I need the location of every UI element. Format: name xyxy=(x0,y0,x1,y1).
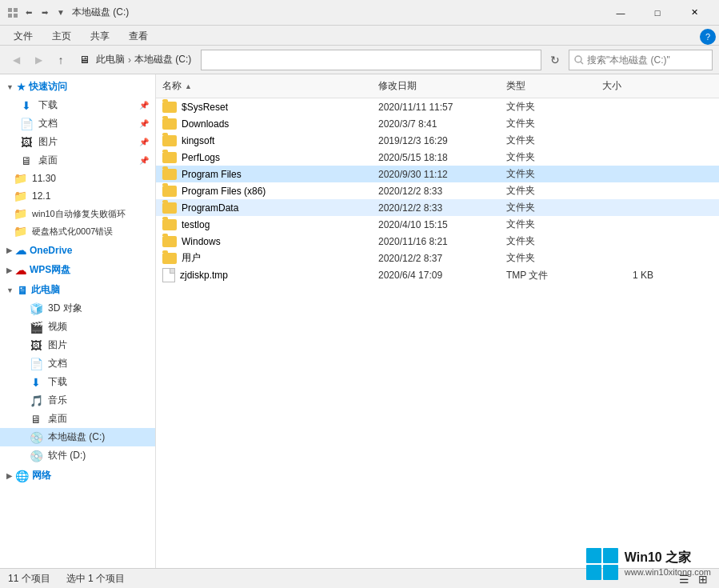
search-icon xyxy=(574,55,584,65)
help-button[interactable]: ? xyxy=(700,29,716,45)
sidebar-item-d-drive[interactable]: 💿 软件 (D:) xyxy=(0,446,155,465)
label-c-drive: 本地磁盘 (C:) xyxy=(48,430,105,444)
sidebar-header-quick-access[interactable]: ▼ ★ 快速访问 xyxy=(0,78,155,96)
sidebar-label-disk-format: 硬盘格式化0007错误 xyxy=(32,226,113,238)
tab-view[interactable]: 查看 xyxy=(120,27,157,45)
col-header-type[interactable]: 类型 xyxy=(500,78,596,94)
tab-share[interactable]: 共享 xyxy=(82,27,118,45)
sidebar-section-quick-access: ▼ ★ 快速访问 ⬇ 下载 📌 📄 文档 📌 🖼 图片 📌 🖥 桌面 xyxy=(0,78,155,240)
toolbar-icon-forward: ➡ xyxy=(38,6,51,19)
file-icon xyxy=(162,268,175,282)
folder-icon xyxy=(162,253,177,264)
file-row[interactable]: 用户 2020/12/2 8:37 文件夹 xyxy=(156,250,719,266)
file-row[interactable]: Windows 2020/11/16 8:21 文件夹 xyxy=(156,233,719,250)
minimize-button[interactable]: — xyxy=(602,0,639,26)
folder-icon-disk-format: 📁 xyxy=(13,225,27,238)
window-controls: — □ ✕ xyxy=(602,0,713,26)
music-icon: 🎵 xyxy=(29,394,43,407)
forward-button[interactable]: ▶ xyxy=(29,50,48,70)
sidebar-label-win10-repair: win10自动修复失败循环 xyxy=(32,208,126,220)
sidebar-item-1130[interactable]: 📁 11.30 xyxy=(0,170,155,187)
file-list-header: 名称 ▲ 修改日期 类型 大小 xyxy=(156,74,719,98)
col-header-size[interactable]: 大小 xyxy=(596,78,660,94)
sidebar-item-download[interactable]: ⬇ 下载 📌 xyxy=(0,96,155,114)
sidebar-item-disk-format[interactable]: 📁 硬盘格式化0007错误 xyxy=(0,222,155,240)
sidebar-header-network[interactable]: ▶ 🌐 网络 xyxy=(0,466,155,485)
watermark-text: Win10 之家 www.win10xitong.com xyxy=(625,550,711,578)
breadcrumb-this-pc[interactable]: 此电脑 xyxy=(93,53,128,66)
sidebar-section-this-pc: ▼ 🖥 此电脑 🧊 3D 对象 🎬 视频 🖼 图片 📄 文档 ⬇ xyxy=(0,281,155,465)
tab-file[interactable]: 文件 xyxy=(5,27,42,45)
file-row[interactable]: Program Files 2020/9/30 11:12 文件夹 xyxy=(156,166,719,182)
sidebar-item-documents[interactable]: 📄 文档 📌 xyxy=(0,114,155,133)
col-header-name[interactable]: 名称 ▲ xyxy=(156,78,372,94)
sidebar-item-video[interactable]: 🎬 视频 xyxy=(0,318,155,336)
search-input[interactable] xyxy=(587,54,707,66)
label-d-drive: 软件 (D:) xyxy=(48,449,86,462)
folder-icon xyxy=(162,102,177,113)
label-desktop-pc: 桌面 xyxy=(48,412,67,426)
pictures-pc-icon: 🖼 xyxy=(29,339,43,352)
sidebar-item-121[interactable]: 📁 12.1 xyxy=(0,187,155,205)
sidebar-item-docs-pc[interactable]: 📄 文档 xyxy=(0,354,155,373)
label-downloads-pc: 下载 xyxy=(48,375,67,389)
folder-icon xyxy=(162,202,177,214)
refresh-button[interactable]: ↻ xyxy=(545,50,565,70)
desktop-icon: 🖥 xyxy=(19,154,34,167)
file-name: Program Files xyxy=(182,169,242,180)
tab-home[interactable]: 主页 xyxy=(43,27,80,45)
file-row[interactable]: ProgramData 2020/12/2 8:33 文件夹 xyxy=(156,199,719,216)
win-logo-pane-br xyxy=(603,565,618,580)
pin-icon-download: 📌 xyxy=(139,101,149,110)
file-list: 名称 ▲ 修改日期 类型 大小 $SysReset 2020/11/11 11:… xyxy=(156,74,719,568)
file-row[interactable]: $SysReset 2020/11/11 11:57 文件夹 xyxy=(156,98,719,115)
sidebar-item-downloads-pc[interactable]: ⬇ 下载 xyxy=(0,373,155,391)
documents-icon: 📄 xyxy=(19,118,34,130)
toolbar-icon-down: ▼ xyxy=(54,6,67,19)
file-row[interactable]: Program Files (x86) 2020/12/2 8:33 文件夹 xyxy=(156,182,719,199)
title-bar-icons: ⬅ ➡ ▼ xyxy=(6,6,67,19)
sidebar-label-121: 12.1 xyxy=(32,190,50,202)
sidebar-item-music[interactable]: 🎵 音乐 xyxy=(0,391,155,410)
sidebar-header-wps[interactable]: ▶ ☁ WPS网盘 xyxy=(0,261,155,279)
file-row[interactable]: Downloads 2020/3/7 8:41 文件夹 xyxy=(156,115,719,132)
win-logo-pane-bl xyxy=(586,565,601,580)
breadcrumb-c-drive[interactable]: 本地磁盘 (C:) xyxy=(131,53,194,66)
file-row[interactable]: kingsoft 2019/12/3 16:29 文件夹 xyxy=(156,132,719,149)
label-music: 音乐 xyxy=(48,394,67,407)
file-name: kingsoft xyxy=(182,135,214,146)
sidebar-header-this-pc[interactable]: ▼ 🖥 此电脑 xyxy=(0,281,155,299)
chevron-icon-network: ▶ xyxy=(6,472,12,480)
wps-icon: ☁ xyxy=(15,264,26,277)
pin-icon-documents: 📌 xyxy=(139,119,149,128)
toolbar-icon-back: ⬅ xyxy=(22,6,35,19)
file-row[interactable]: PerfLogs 2020/5/15 18:18 文件夹 xyxy=(156,149,719,166)
search-box[interactable] xyxy=(569,50,713,70)
sidebar-item-c-drive[interactable]: 💿 本地磁盘 (C:) xyxy=(0,428,155,446)
onedrive-icon: ☁ xyxy=(15,244,26,257)
sidebar-item-pictures-pc[interactable]: 🖼 图片 xyxy=(0,336,155,354)
chevron-icon: ▼ xyxy=(6,83,14,91)
svg-rect-1 xyxy=(14,8,18,12)
back-button[interactable]: ◀ xyxy=(6,50,26,70)
sidebar-item-desktop-pc[interactable]: 🖥 桌面 xyxy=(0,410,155,428)
ribbon-tabs: 文件 主页 共享 查看 ? xyxy=(0,26,719,45)
sidebar-section-onedrive: ▶ ☁ OneDrive xyxy=(0,242,155,259)
close-button[interactable]: ✕ xyxy=(676,0,713,26)
sidebar-item-win10-repair[interactable]: 📁 win10自动修复失败循环 xyxy=(0,205,155,222)
computer-icon: 🖥 xyxy=(75,51,93,69)
file-row[interactable]: testlog 2020/4/10 15:15 文件夹 xyxy=(156,216,719,233)
sidebar-header-onedrive[interactable]: ▶ ☁ OneDrive xyxy=(0,242,155,259)
file-row[interactable]: zjdiskp.tmp 2020/6/4 17:09 TMP 文件 1 KB xyxy=(156,266,719,284)
col-header-date[interactable]: 修改日期 xyxy=(372,78,500,94)
network-label: 网络 xyxy=(32,469,51,482)
quick-access-label: 快速访问 xyxy=(29,80,67,94)
maximize-button[interactable]: □ xyxy=(639,0,676,26)
address-input[interactable] xyxy=(201,50,541,70)
file-rows-container: $SysReset 2020/11/11 11:57 文件夹 Downloads… xyxy=(156,98,719,284)
sidebar-item-desktop[interactable]: 🖥 桌面 📌 xyxy=(0,151,155,170)
window-icon xyxy=(6,6,19,19)
sidebar-item-pictures[interactable]: 🖼 图片 📌 xyxy=(0,133,155,151)
up-button[interactable]: ↑ xyxy=(51,50,70,70)
sidebar-item-3d-objects[interactable]: 🧊 3D 对象 xyxy=(0,299,155,318)
